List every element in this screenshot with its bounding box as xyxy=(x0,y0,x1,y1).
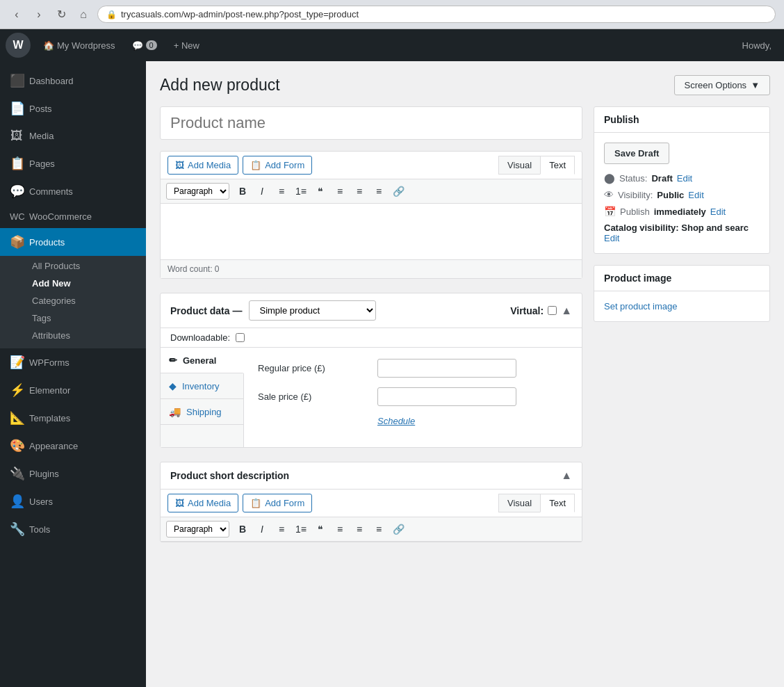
pd-tab-shipping[interactable]: 🚚 Shipping xyxy=(161,399,243,425)
pages-icon: 📋 xyxy=(10,156,24,171)
admin-bar-new[interactable]: + New xyxy=(167,36,206,55)
short-desc-collapse-button[interactable]: ▲ xyxy=(561,469,572,482)
product-name-input[interactable] xyxy=(160,106,582,140)
plugins-icon: 🔌 xyxy=(10,466,24,481)
unordered-list-button[interactable]: ≡ xyxy=(272,182,291,200)
sidebar-label-users: Users xyxy=(29,496,53,507)
shipping-icon: 🚚 xyxy=(169,406,181,417)
sidebar-label-woocommerce: WooCommerce xyxy=(29,211,92,222)
publish-edit-link[interactable]: Edit xyxy=(710,207,726,217)
product-data-header: Product data — Simple product Variable p… xyxy=(161,293,582,328)
short-desc-align-right-button[interactable]: ≡ xyxy=(370,520,388,538)
comment-icon: 💬 xyxy=(132,40,143,51)
sidebar-item-pages[interactable]: 📋 Pages xyxy=(0,149,146,177)
home-button[interactable]: ⌂ xyxy=(75,6,92,23)
sidebar-item-all-products[interactable]: All Products xyxy=(0,257,146,275)
link-button[interactable]: 🔗 xyxy=(389,182,407,200)
tab-visual[interactable]: Visual xyxy=(498,156,540,175)
schedule-link[interactable]: Schedule xyxy=(377,416,415,426)
short-desc-italic-button[interactable]: I xyxy=(253,520,271,538)
add-form-label: Add Form xyxy=(265,160,304,170)
house-icon: 🏠 xyxy=(43,40,54,51)
sidebar-item-appearance[interactable]: 🎨 Appearance xyxy=(0,432,146,460)
paragraph-select[interactable]: Paragraph xyxy=(166,183,229,200)
short-desc-align-left-button[interactable]: ≡ xyxy=(331,520,349,538)
sidebar-item-media[interactable]: 🖼 Media xyxy=(0,122,146,149)
sale-price-input[interactable] xyxy=(377,387,516,406)
address-bar[interactable]: 🔒 trycasuals.com/wp-admin/post-new.php?p… xyxy=(97,6,776,23)
product-data-tabs: ✏ General ◆ Inventory 🚚 Shipping xyxy=(161,348,244,447)
reload-button[interactable]: ↻ xyxy=(53,6,70,23)
collapse-button[interactable]: ▲ xyxy=(561,305,572,317)
short-desc-add-form-button[interactable]: 📋 Add Form xyxy=(243,494,312,512)
short-desc-format-bar: Paragraph B I ≡ 1≡ ❝ ≡ ≡ ≡ 🔗 xyxy=(161,517,582,542)
regular-price-input[interactable] xyxy=(377,359,516,378)
pd-tab-general[interactable]: ✏ General xyxy=(161,348,244,373)
admin-bar-comments[interactable]: 💬 0 xyxy=(125,36,164,55)
ordered-list-button[interactable]: 1≡ xyxy=(292,182,310,200)
catalog-vis-value: Shop and searc xyxy=(681,223,749,233)
short-desc-add-media-button[interactable]: 🖼 Add Media xyxy=(168,494,238,512)
pd-tab-inventory[interactable]: ◆ Inventory xyxy=(161,373,243,399)
admin-bar-site[interactable]: 🏠 My Wordpress xyxy=(36,36,122,55)
sidebar-label-media: Media xyxy=(29,131,54,141)
italic-button[interactable]: I xyxy=(253,182,271,200)
sidebar-item-attributes[interactable]: Attributes xyxy=(0,327,146,344)
publish-box-body: Save Draft ⬤ Status: Draft Edit 👁 Visibi… xyxy=(594,133,769,253)
main-col: 🖼 Add Media 📋 Add Form Visual xyxy=(160,106,582,542)
short-desc-paragraph-select[interactable]: Paragraph xyxy=(166,521,229,538)
back-button[interactable]: ‹ xyxy=(8,6,25,23)
sidebar-item-templates[interactable]: 📐 Templates xyxy=(0,404,146,432)
posts-icon: 📄 xyxy=(10,101,24,116)
bold-button[interactable]: B xyxy=(234,182,252,200)
short-desc-add-form-label: Add Form xyxy=(265,498,304,508)
status-edit-link[interactable]: Edit xyxy=(677,173,692,184)
word-count: Word count: 0 xyxy=(168,264,219,274)
sidebar-item-tags[interactable]: Tags xyxy=(0,309,146,327)
editor-body[interactable] xyxy=(161,204,582,259)
status-row: ⬤ Status: Draft Edit xyxy=(604,172,760,184)
short-desc-link-button[interactable]: 🔗 xyxy=(389,520,407,538)
sidebar-item-dashboard[interactable]: ⬛ Dashboard xyxy=(0,67,146,95)
virtual-checkbox[interactable] xyxy=(548,306,557,315)
sidebar-item-posts[interactable]: 📄 Posts xyxy=(0,95,146,122)
sidebar-item-wpforms[interactable]: 📝 WPForms xyxy=(0,348,146,376)
sidebar-item-users[interactable]: 👤 Users xyxy=(0,487,146,515)
forward-button[interactable]: › xyxy=(31,6,47,23)
short-desc-tab-visual[interactable]: Visual xyxy=(498,494,540,512)
wp-logo[interactable]: W xyxy=(6,33,31,58)
wpforms-icon: 📝 xyxy=(10,355,24,370)
add-media-button[interactable]: 🖼 Add Media xyxy=(168,156,238,175)
set-product-image-link[interactable]: Set product image xyxy=(604,301,678,312)
product-image-body: Set product image xyxy=(594,291,769,321)
sidebar-item-tools[interactable]: 🔧 Tools xyxy=(0,515,146,543)
short-desc-tab-text[interactable]: Text xyxy=(540,494,575,512)
screen-options-button[interactable]: Screen Options ▼ xyxy=(674,75,770,95)
sidebar-item-products[interactable]: 📦 Products xyxy=(0,228,146,256)
short-desc-blockquote-button[interactable]: ❝ xyxy=(311,520,329,538)
sidebar-item-add-new[interactable]: Add New xyxy=(0,275,146,292)
visibility-edit-link[interactable]: Edit xyxy=(688,190,703,200)
align-center-button[interactable]: ≡ xyxy=(350,182,368,200)
downloadable-checkbox[interactable] xyxy=(236,333,245,342)
blockquote-button[interactable]: ❝ xyxy=(311,182,329,200)
align-left-button[interactable]: ≡ xyxy=(331,182,349,200)
catalog-vis-edit-link[interactable]: Edit xyxy=(604,233,619,243)
short-desc-ol-button[interactable]: 1≡ xyxy=(292,520,310,538)
short-desc-bold-button[interactable]: B xyxy=(234,520,252,538)
short-desc-ul-button[interactable]: ≡ xyxy=(272,520,291,538)
product-type-select[interactable]: Simple product Variable product Grouped … xyxy=(249,300,376,321)
short-desc-label: Product short description xyxy=(170,470,289,481)
sidebar-item-woocommerce[interactable]: WC WooCommerce xyxy=(0,205,146,228)
sidebar-item-elementor[interactable]: ⚡ Elementor xyxy=(0,376,146,404)
add-form-icon: 📋 xyxy=(250,160,261,170)
add-form-button[interactable]: 📋 Add Form xyxy=(243,156,312,175)
sidebar-item-categories[interactable]: Categories xyxy=(0,292,146,309)
save-draft-button[interactable]: Save Draft xyxy=(604,143,669,164)
sidebar-label-tools: Tools xyxy=(29,524,50,535)
tab-text[interactable]: Text xyxy=(540,156,575,175)
sidebar-item-plugins[interactable]: 🔌 Plugins xyxy=(0,460,146,487)
short-desc-align-center-button[interactable]: ≡ xyxy=(350,520,368,538)
sidebar-item-comments[interactable]: 💬 Comments xyxy=(0,177,146,205)
align-right-button[interactable]: ≡ xyxy=(370,182,388,200)
